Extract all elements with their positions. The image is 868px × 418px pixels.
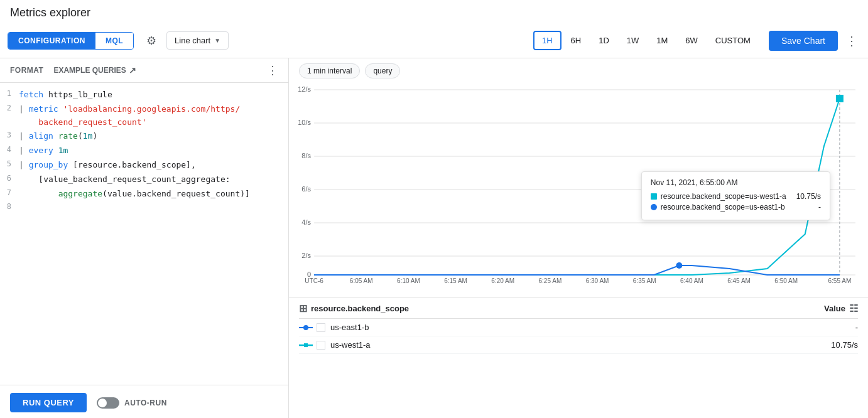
external-link-icon: ↗ — [129, 65, 136, 75]
toggle-knob — [98, 399, 107, 407]
tab-configuration[interactable]: CONFIGURATION — [8, 33, 95, 49]
legend-name-east: us-east1-b — [330, 323, 855, 332]
time-btn-6h[interactable]: 6H — [563, 31, 590, 50]
code-line-1: 1 fetch https_lb_rule — [0, 88, 288, 102]
save-chart-button[interactable]: Save Chart — [769, 31, 838, 51]
left-toolbar-more-button[interactable]: ⋮ — [267, 63, 278, 77]
legend-area: ⊞ resource.backend_scope Value ☷ us-east… — [289, 297, 868, 359]
legend-title: ⊞ resource.backend_scope — [299, 303, 409, 314]
legend-value-east: - — [855, 323, 858, 332]
chart-svg: 12/s 10/s 8/s 6/s 4/s 2/s 0 UTC-6 — [289, 83, 868, 284]
example-queries-link[interactable]: EXAMPLE QUERIES ↗ — [53, 65, 136, 75]
series-line-icon-east — [299, 324, 313, 331]
tab-mql[interactable]: MQL — [95, 33, 133, 49]
tab-group: CONFIGURATION MQL — [8, 32, 134, 50]
svg-text:6:45 AM: 6:45 AM — [727, 277, 751, 284]
left-bottom: RUN QUERY AUTO-RUN — [0, 385, 288, 418]
code-line-4: 4 | every 1m — [0, 144, 288, 158]
chip-query[interactable]: query — [365, 63, 400, 78]
grid-view-icon[interactable]: ☷ — [849, 303, 858, 314]
svg-text:6:05 AM: 6:05 AM — [350, 277, 373, 284]
svg-text:6:55 AM: 6:55 AM — [828, 277, 852, 284]
svg-text:10/s: 10/s — [298, 119, 311, 126]
time-btn-1d[interactable]: 1D — [590, 31, 617, 50]
svg-rect-15 — [836, 95, 844, 102]
legend-row-west: us-west1-a 10.75/s — [299, 336, 858, 354]
legend-name-west: us-west1-a — [330, 340, 831, 350]
svg-text:6:50 AM: 6:50 AM — [774, 277, 798, 284]
svg-text:4/s: 4/s — [301, 218, 311, 226]
svg-point-16 — [676, 262, 682, 269]
svg-text:6:30 AM: 6:30 AM — [586, 277, 609, 284]
code-line-2: 2 | metric 'loadbalancing.googleapis.com… — [0, 102, 288, 130]
time-btn-1w[interactable]: 1W — [619, 31, 648, 50]
svg-text:6/s: 6/s — [301, 185, 311, 193]
svg-rect-33 — [304, 343, 308, 347]
code-line-8: 8 — [0, 201, 288, 215]
auto-run-label: AUTO-RUN — [124, 399, 167, 407]
svg-point-30 — [303, 325, 308, 330]
right-panel: 1 min interval query 12/s 10/s 8/s 6/s 4… — [289, 58, 868, 418]
legend-header: ⊞ resource.backend_scope Value ☷ — [299, 303, 858, 319]
svg-text:6:20 AM: 6:20 AM — [491, 277, 514, 284]
svg-text:UTC-6: UTC-6 — [305, 277, 323, 284]
format-label[interactable]: FORMAT — [10, 66, 43, 75]
chart-type-select[interactable]: Line chart ▼ — [166, 31, 229, 50]
top-bar: CONFIGURATION MQL ⚙ Line chart ▼ 1H 6H 1… — [0, 23, 868, 58]
more-menu-button[interactable]: ⋮ — [843, 31, 860, 51]
svg-text:6:25 AM: 6:25 AM — [539, 277, 562, 284]
chevron-down-icon: ▼ — [214, 37, 220, 44]
legend-value-label: Value ☷ — [824, 303, 858, 314]
code-line-7: 7 aggregate(value.backend_request_count)… — [0, 187, 288, 201]
legend-row-east: us-east1-b - — [299, 319, 858, 336]
svg-text:6:35 AM: 6:35 AM — [633, 277, 656, 284]
run-query-button[interactable]: RUN QUERY — [10, 393, 87, 412]
time-range-group: 1H 6H 1D 1W 1M 6W CUSTOM — [533, 31, 759, 50]
legend-checkbox-west[interactable] — [317, 341, 325, 350]
svg-text:8/s: 8/s — [301, 152, 311, 159]
legend-value-west: 10.75/s — [831, 340, 858, 350]
time-btn-1h[interactable]: 1H — [533, 31, 561, 50]
time-btn-6w[interactable]: 6W — [677, 31, 706, 50]
code-line-6: 6 [value_backend_request_count_aggregate… — [0, 173, 288, 187]
svg-text:2/s: 2/s — [301, 252, 311, 259]
auto-run-toggle[interactable] — [97, 397, 119, 409]
auto-run-toggle-container: AUTO-RUN — [97, 397, 167, 409]
left-toolbar: FORMAT EXAMPLE QUERIES ↗ ⋮ — [0, 58, 288, 83]
svg-text:6:10 AM: 6:10 AM — [397, 277, 420, 284]
chart-area: 12/s 10/s 8/s 6/s 4/s 2/s 0 UTC-6 — [289, 83, 868, 297]
chip-interval[interactable]: 1 min interval — [299, 63, 360, 78]
svg-text:6:15 AM: 6:15 AM — [444, 277, 467, 284]
chart-chips: 1 min interval query — [289, 58, 868, 83]
gear-button[interactable]: ⚙ — [141, 31, 161, 50]
chart-type-label: Line chart — [175, 36, 210, 45]
left-panel: FORMAT EXAMPLE QUERIES ↗ ⋮ 1 fetch https… — [0, 58, 289, 418]
dataset-icon: ⊞ — [299, 303, 307, 314]
code-editor[interactable]: 1 fetch https_lb_rule 2 | metric 'loadba… — [0, 83, 288, 385]
time-btn-custom[interactable]: CUSTOM — [707, 31, 759, 50]
code-line-3: 3 | align rate(1m) — [0, 129, 288, 144]
code-line-5: 5 | group_by [resource.backend_scope], — [0, 158, 288, 173]
app-title: Metrics explorer — [0, 0, 868, 23]
time-btn-1m[interactable]: 1M — [648, 31, 676, 50]
svg-text:12/s: 12/s — [298, 85, 311, 93]
svg-text:6:40 AM: 6:40 AM — [680, 277, 703, 284]
legend-checkbox-east[interactable] — [317, 323, 325, 332]
main-layout: FORMAT EXAMPLE QUERIES ↗ ⋮ 1 fetch https… — [0, 58, 868, 418]
series-line-icon-west — [299, 341, 313, 349]
